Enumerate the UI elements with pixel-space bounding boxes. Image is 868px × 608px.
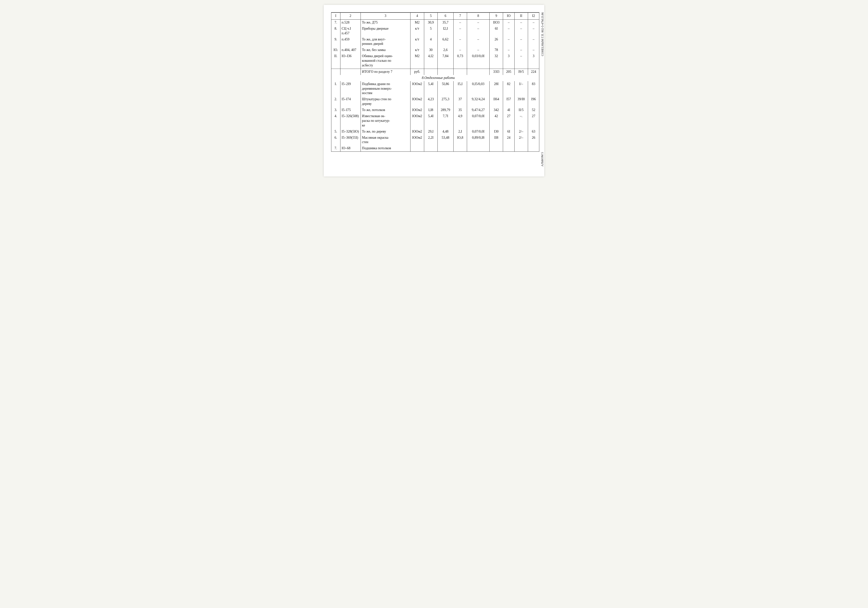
table-row: 7. IО–68 Подшивка потолков <box>332 145 539 151</box>
table-row: I. I5–2I9 Подбивка дрaни подеревянным по… <box>332 81 539 96</box>
cell-ref: п.404, 407 <box>340 47 361 53</box>
cell-v9: II8 <box>490 135 503 146</box>
cell-v9: IIО3 <box>490 19 503 25</box>
cell-v6: 7,84 <box>438 53 454 68</box>
cell-v6: 35,7 <box>438 19 454 25</box>
cell-v8: 0,07/0,0I <box>467 113 489 129</box>
page-wrapper: СОНЕLНЫМ Г.П. 802-5-47М.I3.86 АЛЬБОМ 5 I… <box>324 5 544 176</box>
cell-v8: 0,I5/0,03 <box>467 81 489 96</box>
cell-desc: То же, Д75 <box>361 19 410 25</box>
cell-v9: 26 <box>490 37 503 47</box>
cell-v8: 9,32/4,24 <box>467 96 489 107</box>
right-label-bottom: АЛЬБОМ 5 <box>541 152 544 166</box>
cell-ref <box>340 68 361 75</box>
cell-num <box>332 68 341 75</box>
table-row: 7. п.528 То же, Д75 М2 30,9 35,7 – – IIО… <box>332 19 539 25</box>
cell-v7: – <box>453 19 467 25</box>
cell-v6: 5I,86 <box>438 81 454 96</box>
cell-desc: Обивка дверей оцин-кованной сталью поасб… <box>361 53 410 68</box>
cell-num: 7. <box>332 19 341 25</box>
cell-ref: I5–2I9 <box>340 81 361 96</box>
cell-v8: – <box>467 19 489 25</box>
cell-v9: 32 <box>490 53 503 68</box>
cell-v11: 2/– <box>514 135 528 146</box>
cell-unit: IООм2 <box>410 107 424 113</box>
cell-desc: То же, для внут-ренних дверей <box>361 37 410 47</box>
cell-v8: – <box>467 37 489 47</box>
cell-v10: – <box>503 26 514 37</box>
cell-v12: 224 <box>528 68 539 75</box>
cell-ref: п.459 <box>340 37 361 47</box>
cell-v7 <box>453 68 467 75</box>
cell-v8 <box>467 145 489 151</box>
cell-ref: I5–I75 <box>340 107 361 113</box>
cell-unit: IООм2 <box>410 113 424 129</box>
cell-v6: 4,48 <box>438 129 454 135</box>
cell-v9: 28I <box>490 81 503 96</box>
header-col-2: 2 <box>340 12 361 19</box>
cell-v11: I/– <box>514 81 528 96</box>
cell-v11: –. <box>514 113 528 129</box>
cell-v10: 82 <box>503 81 514 96</box>
table-row: 9. п.459 То же, для внут-ренних дверей к… <box>332 37 539 47</box>
cell-num: 8. <box>332 26 341 37</box>
cell-v5: 4,23 <box>424 96 437 107</box>
cell-v7: 35 <box>453 107 467 113</box>
cell-num: 4. <box>332 113 341 129</box>
header-col-6: 6 <box>438 12 454 19</box>
cell-v6: 275,3 <box>438 96 454 107</box>
cell-v10: 3 <box>503 53 514 68</box>
cell-v12: – <box>528 26 539 37</box>
cell-unit: руб. <box>410 68 424 75</box>
cell-v12: – <box>528 47 539 53</box>
cell-v12: 27 <box>528 113 539 129</box>
cell-num: 2. <box>332 96 341 107</box>
header-col-3: 3 <box>361 12 410 19</box>
header-col-5: 5 <box>424 12 437 19</box>
cell-v11: – <box>514 53 528 68</box>
cell-v6: I2,I <box>438 26 454 37</box>
cell-desc: Подшивка потолков <box>361 145 410 151</box>
cell-v11: – <box>514 47 528 53</box>
cell-v9: II64 <box>490 96 503 107</box>
total-row: ИТОГО по разделу 7 руб. 33I3 205 I9/5 22… <box>332 68 539 75</box>
cell-v7: – <box>453 37 467 47</box>
cell-ref: IО–68 <box>340 145 361 151</box>
cell-v6: 2,6 <box>438 47 454 53</box>
cell-v8: 9,47/4,27 <box>467 107 489 113</box>
cell-desc: Подбивка дрaни подеревянным поверх-ностя… <box>361 81 410 96</box>
cell-v10 <box>503 145 514 151</box>
cell-v7: IO,8 <box>453 135 467 146</box>
cell-v12: 3 <box>528 53 539 68</box>
right-label-top: СОНЕLНЫМ Г.П. 802-5-47М.I3.86 <box>541 12 544 56</box>
cell-ref: I5–326(508) <box>340 113 361 129</box>
cell-desc: Известковая ок-раска по штукатур-ке <box>361 113 410 129</box>
table-row: IО. п.404, 407 То же, без замка к/т 30 2… <box>332 47 539 53</box>
table-row: 6. I5–369(55I) Масляная окраскастен IООм… <box>332 135 539 146</box>
cell-v9: 33I3 <box>490 68 503 75</box>
header-col-8: 8 <box>467 12 489 19</box>
cell-v6 <box>438 145 454 151</box>
cell-num: I. <box>332 81 341 96</box>
cell-desc: Штукатурка стен подереву <box>361 96 410 107</box>
cell-num: 7. <box>332 145 341 151</box>
cell-v7: – <box>453 47 467 53</box>
cell-v5: 4,I2 <box>424 53 437 68</box>
cell-num: 9. <box>332 37 341 47</box>
cell-ref: I5–I74 <box>340 96 361 107</box>
cell-ref: IО–I36 <box>340 53 361 68</box>
cell-v6: 289,79 <box>438 107 454 113</box>
cell-v8: 0,89/0,I8 <box>467 135 489 146</box>
cell-num: 6. <box>332 135 341 146</box>
cell-v10: 205 <box>503 68 514 75</box>
cell-v7: 37 <box>453 96 467 107</box>
cell-v9: I30 <box>490 129 503 135</box>
cell-v7: – <box>453 26 467 37</box>
cell-unit: IООм2 <box>410 96 424 107</box>
cell-v12: 26 <box>528 135 539 146</box>
cell-unit: IООм2 <box>410 129 424 135</box>
cell-v11: I9/5 <box>514 68 528 75</box>
cell-v11: – <box>514 26 528 37</box>
cell-num: 3. <box>332 107 341 113</box>
cell-unit: к/т <box>410 47 424 53</box>
